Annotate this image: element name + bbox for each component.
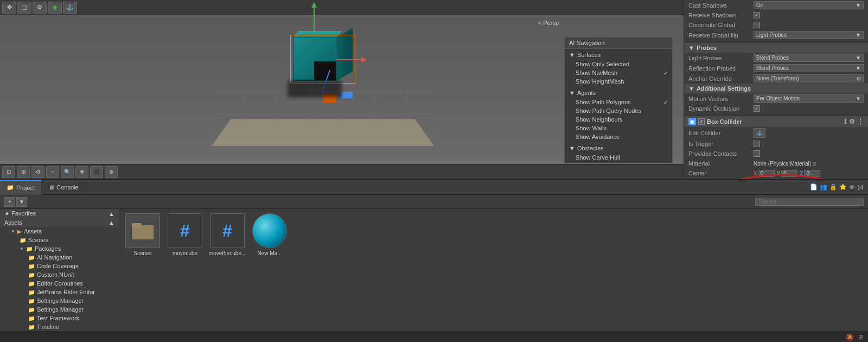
box-collider-info-icon[interactable]: ℹ <box>844 118 847 125</box>
sidebar-timeline[interactable]: 📁 Timeline <box>0 322 119 331</box>
favorites-header[interactable]: ★ Favorites ▲ <box>0 209 119 218</box>
scene-btn-move[interactable]: ✥ <box>2 2 16 14</box>
scene-btn-select[interactable]: ◻ <box>17 2 31 14</box>
agents-header[interactable]: ▼ Agents <box>565 88 672 98</box>
provides-contacts-checkbox[interactable] <box>754 150 760 157</box>
reflection-probes-dropdown[interactable]: Blend Probes ▼ <box>754 64 864 72</box>
box-collider-settings-icon[interactable]: ⚙ <box>849 118 855 125</box>
contribute-global-label: Contribute Global <box>688 22 754 28</box>
show-carve-hull-item[interactable]: Show Carve Hull <box>565 153 672 162</box>
scene-bottom-btn-3[interactable]: ⚙ <box>31 166 44 178</box>
search-input[interactable] <box>755 198 864 206</box>
show-walls-item[interactable]: Show Walls <box>565 124 672 132</box>
sidebar-code-coverage[interactable]: 📁 Code Coverage <box>0 262 119 270</box>
bottom-add-arrow[interactable]: ▼ <box>16 197 27 207</box>
scene-bottom-btn-1[interactable]: ⊡ <box>2 166 15 178</box>
contribute-global-checkbox[interactable] <box>754 22 760 28</box>
show-neighbours-label: Show Neighbours <box>576 116 623 123</box>
scene-btn-cube[interactable]: ◆ <box>48 2 62 14</box>
asset-new-material[interactable]: New Ma... <box>251 213 289 256</box>
sidebar-custom-nunit[interactable]: 📁 Custom NUnit <box>0 270 119 279</box>
status-bar: 🔕 ⊞ <box>0 331 868 342</box>
scene-bottom-btn-6[interactable]: ✥ <box>75 166 88 178</box>
assets-label: Assets <box>24 228 42 235</box>
sidebar-jetbrains[interactable]: 📁 JetBrains Rider Editor <box>0 288 119 296</box>
additional-settings-header[interactable]: ▼ Additional Settings <box>684 84 868 93</box>
surfaces-header[interactable]: ▼ Surfaces <box>565 50 672 60</box>
box-collider-menu-icon[interactable]: ⋮ <box>857 118 864 125</box>
show-avoidance-item[interactable]: Show Avoidance <box>565 132 672 141</box>
scene-btn-anchor[interactable]: ⚓ <box>63 2 77 14</box>
show-path-query-nodes-item[interactable]: Show Path Query Nodes <box>565 106 672 115</box>
show-avoidance-label: Show Avoidance <box>576 134 620 140</box>
sidebar-profile-analyzer[interactable]: 📁 Settings Manager <box>0 296 119 305</box>
show-path-polygons-label: Show Path Polygons <box>576 99 631 105</box>
scene-bottom-btn-7[interactable]: ⬛ <box>90 166 103 178</box>
scene-bottom-btn-4[interactable]: ○ <box>46 166 59 178</box>
receive-global-dropdown[interactable]: Light Probes ▼ <box>754 31 864 39</box>
sidebar-scenes[interactable]: 📁 Scenes <box>0 236 119 244</box>
sidebar-ai-navigation[interactable]: 📁 AI Navigation <box>0 253 119 262</box>
bottom-add-btn[interactable]: + <box>4 197 15 207</box>
light-probes-dropdown[interactable]: Blend Probes ▼ <box>754 54 864 62</box>
box-collider-checkbox[interactable] <box>698 118 705 125</box>
receive-shadows-checkbox[interactable] <box>754 12 760 18</box>
bottom-icon-2[interactable]: 👥 <box>820 183 827 191</box>
bottom-eye-icon[interactable]: 👁 <box>849 184 855 191</box>
sidebar-test-framework[interactable]: 📁 Test Framework <box>0 314 119 322</box>
asset-scenes[interactable]: Scenes <box>124 213 162 256</box>
is-trigger-checkbox[interactable] <box>754 141 760 147</box>
settings-manager-label: Settings Manager <box>37 306 84 313</box>
motion-vectors-dropdown[interactable]: Per Object Motion ▼ <box>754 94 864 103</box>
main-layout: ✥ ◻ ⚙ ◆ ⚓ < Persp <box>0 0 868 342</box>
sidebar-assets[interactable]: ▼ ▶ Assets <box>0 227 119 236</box>
dynamic-occlusion-row: Dynamic Occlusion <box>684 104 868 113</box>
bottom-content: ★ Favorites ▲ Assets ▲ ▼ ▶ Assets <box>0 209 868 331</box>
timeline-folder-icon: 📁 <box>28 324 35 330</box>
bottom-icon-3[interactable]: 🔒 <box>829 183 837 191</box>
show-path-polygons-check: ✓ <box>663 99 668 105</box>
assets-section-header[interactable]: Assets ▲ <box>0 218 119 227</box>
motion-vectors-label: Motion Vectors <box>688 96 754 102</box>
tab-console[interactable]: 🖥 Console <box>42 180 85 195</box>
show-neighbours-item[interactable]: Show Neighbours <box>565 115 672 124</box>
scene-bottom-btn-5[interactable]: 🔍 <box>61 166 74 178</box>
scene-bottom-btn-2[interactable]: ⊞ <box>17 166 30 178</box>
tab-project[interactable]: 📁 Project <box>0 180 42 195</box>
box-collider-label: Box Collider <box>707 118 742 125</box>
probes-header[interactable]: ▼ Probes <box>684 43 868 53</box>
show-path-polygons-item[interactable]: Show Path Polygons ✓ <box>565 98 672 106</box>
show-only-selected-item[interactable]: Show Only Selected <box>565 60 672 68</box>
show-heightmesh-item[interactable]: Show HeightMesh <box>565 77 672 86</box>
provides-contacts-label: Provides Contacts <box>688 150 754 157</box>
status-mute-icon[interactable]: 🔕 <box>846 333 854 341</box>
center-x-input[interactable] <box>758 170 775 177</box>
bottom-icon-4[interactable]: ⭐ <box>839 183 847 191</box>
status-grid-icon[interactable]: ⊞ <box>858 333 864 341</box>
bottom-icon-1[interactable]: 📄 <box>810 183 818 191</box>
show-navmesh-item[interactable]: Show NavMesh ✓ <box>565 68 672 77</box>
packages-folder-icon: 📁 <box>26 246 33 252</box>
assets-expand-icon: ▼ <box>11 229 15 234</box>
sidebar-editor-coroutines[interactable]: 📁 Editor Coroutines <box>0 279 119 288</box>
anchor-override-dropdown[interactable]: None (Transform) ⊙ <box>754 74 864 83</box>
cast-shadows-dropdown[interactable]: On ▼ <box>754 1 864 9</box>
obstacles-header[interactable]: ▼ Obstacles <box>565 143 672 153</box>
asset-movethecube[interactable]: # movethecube... <box>208 213 246 256</box>
obstacles-label: Obstacles <box>577 145 604 151</box>
asset-movecube[interactable]: # movecube <box>166 213 204 256</box>
additional-settings-triangle: ▼ <box>688 85 694 92</box>
bottom-panel: 📁 Project 🖥 Console 📄 👥 🔒 ⭐ 👁 14 <box>0 180 868 342</box>
center-y-input[interactable] <box>781 170 797 177</box>
light-probes-label: Light Probes <box>688 55 754 61</box>
center-z-input[interactable] <box>804 170 820 177</box>
dynamic-occlusion-checkbox[interactable] <box>754 105 760 112</box>
sidebar-settings-manager[interactable]: 📁 Settings Manager <box>0 305 119 314</box>
cube-dark <box>314 61 336 80</box>
sidebar-packages[interactable]: ▼ 📁 Packages <box>0 244 119 253</box>
scene-bottom-btn-8[interactable]: ⊕ <box>105 166 118 178</box>
receive-global-label: Receive Global Illu <box>688 32 754 39</box>
svg-rect-14 <box>132 225 154 239</box>
edit-collider-btn[interactable]: ⚓ <box>754 128 765 138</box>
scene-btn-transform[interactable]: ⚙ <box>33 2 47 14</box>
